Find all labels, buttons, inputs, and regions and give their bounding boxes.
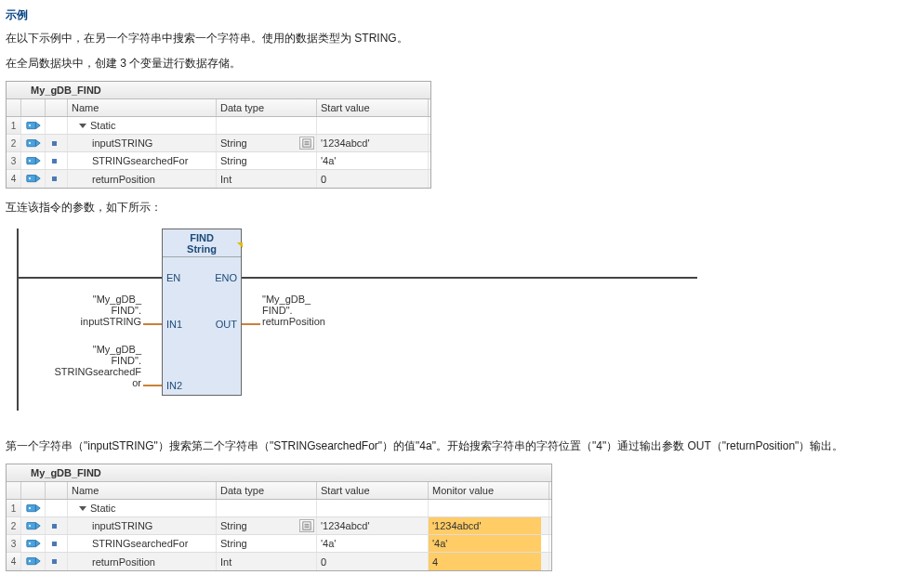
cell-datatype[interactable]: Int xyxy=(217,170,317,188)
svg-point-21 xyxy=(28,525,30,527)
cell-startvalue[interactable]: '4a' xyxy=(317,152,429,169)
col-tagicon xyxy=(21,482,46,499)
cell-datatype[interactable]: String xyxy=(217,535,317,552)
svg-rect-10 xyxy=(26,157,35,163)
cell-name[interactable]: Static xyxy=(68,500,217,516)
svg-point-2 xyxy=(28,124,30,126)
cell-datatype[interactable]: String xyxy=(217,135,317,151)
row-number: 4 xyxy=(7,170,21,188)
para-4: 第一个字符串（"inputSTRING"）搜索第二个字符串（"STRINGsea… xyxy=(6,438,893,454)
table-row[interactable]: 2inputSTRINGString'1234abcd''1234abcd' xyxy=(7,517,551,535)
cell-name[interactable]: returnPosition xyxy=(68,170,217,188)
variable-table-1: My_gDB_FIND Name Data type Start value 1… xyxy=(6,81,431,189)
col-marker xyxy=(46,99,68,116)
table-row[interactable]: 4returnPositionInt04 xyxy=(7,553,551,570)
cell-name[interactable]: inputSTRING xyxy=(68,135,217,151)
cell-datatype[interactable]: String xyxy=(217,152,317,169)
cell-startvalue[interactable]: '4a' xyxy=(317,535,429,552)
sig-text: STRINGsearchedF xyxy=(39,366,141,377)
tag-icon xyxy=(21,500,46,516)
cell-datatype[interactable] xyxy=(217,500,317,516)
svg-marker-17 xyxy=(35,504,40,511)
cell-startvalue[interactable]: '1234abcd' xyxy=(317,135,429,151)
cell-name[interactable]: returnPosition xyxy=(68,553,217,570)
table-row[interactable]: 1Static xyxy=(7,117,430,135)
cell-startvalue[interactable]: '1234abcd' xyxy=(317,517,429,534)
col-name[interactable]: Name xyxy=(68,99,217,116)
svg-point-12 xyxy=(28,160,30,162)
row-number: 2 xyxy=(7,135,21,151)
cell-monitorvalue: 4 xyxy=(429,553,549,570)
connector-in2 xyxy=(143,385,162,386)
table-row[interactable]: 2inputSTRINGString'1234abcd' xyxy=(7,135,430,152)
expand-icon[interactable] xyxy=(79,506,86,511)
row-marker xyxy=(46,117,68,134)
port-en: EN xyxy=(166,272,180,283)
rail-to-en xyxy=(19,277,162,279)
cell-name[interactable]: STRINGsearchedFor xyxy=(68,152,217,169)
col-monitorvalue[interactable]: Monitor value xyxy=(429,482,549,499)
eno-line xyxy=(242,277,697,279)
tag-icon xyxy=(21,135,46,151)
para-2: 在全局数据块中，创建 3 个变量进行数据存储。 xyxy=(6,56,893,72)
svg-marker-30 xyxy=(35,558,40,565)
cell-startvalue[interactable]: 0 xyxy=(317,553,429,570)
cell-datatype[interactable] xyxy=(217,117,317,134)
signal-out: "My_gDB_ FIND". returnPosition xyxy=(262,294,364,327)
port-out[interactable]: OUT xyxy=(216,319,237,330)
table-title: My_gDB_FIND xyxy=(7,464,551,482)
cell-startvalue[interactable] xyxy=(317,500,429,516)
tag-icon xyxy=(21,170,46,188)
port-in2[interactable]: IN2 xyxy=(166,380,182,391)
col-tagicon xyxy=(21,99,46,116)
row-marker xyxy=(46,517,68,534)
sig-text: FIND". xyxy=(52,305,141,316)
datatype-picker-button[interactable] xyxy=(299,137,314,150)
svg-point-5 xyxy=(28,142,30,144)
col-datatype[interactable]: Data type xyxy=(217,482,317,499)
block-type: String xyxy=(187,243,217,255)
datatype-picker-button[interactable] xyxy=(299,519,314,532)
table-row[interactable]: 1Static xyxy=(7,500,551,517)
svg-marker-27 xyxy=(35,540,40,546)
col-name[interactable]: Name xyxy=(68,482,217,499)
svg-point-28 xyxy=(28,542,30,544)
svg-marker-4 xyxy=(35,139,40,146)
svg-rect-16 xyxy=(26,504,35,511)
expand-icon[interactable] xyxy=(79,124,86,128)
table-header-row: Name Data type Start value xyxy=(7,99,430,117)
cell-startvalue[interactable]: 0 xyxy=(317,170,429,188)
table-header-row: Name Data type Start value Monitor value xyxy=(7,482,551,500)
row-marker xyxy=(46,170,68,188)
col-startvalue[interactable]: Start value xyxy=(317,99,429,116)
cell-startvalue[interactable] xyxy=(317,117,429,134)
table-row[interactable]: 4returnPositionInt0 xyxy=(7,170,430,188)
para-3: 互连该指令的参数，如下所示： xyxy=(6,200,893,216)
find-block[interactable]: FIND String EN ENO IN1 OUT IN2 xyxy=(162,229,242,396)
tag-icon xyxy=(21,152,46,169)
row-number: 1 xyxy=(7,117,21,134)
tag-icon xyxy=(21,117,46,134)
sig-text: FIND". xyxy=(262,305,364,316)
cell-name[interactable]: STRINGsearchedFor xyxy=(68,535,217,552)
cell-name[interactable]: inputSTRING xyxy=(68,517,217,534)
type-dropdown-icon[interactable] xyxy=(237,242,243,248)
table-row[interactable]: 3STRINGsearchedForString'4a''4a' xyxy=(7,535,551,553)
cell-datatype[interactable]: Int xyxy=(217,553,317,570)
sig-text: inputSTRING xyxy=(52,316,141,327)
col-startvalue[interactable]: Start value xyxy=(317,482,429,499)
svg-rect-29 xyxy=(26,558,35,565)
cell-datatype[interactable]: String xyxy=(217,517,317,534)
cell-monitorvalue: '1234abcd' xyxy=(429,517,549,534)
table-row[interactable]: 3STRINGsearchedForString'4a' xyxy=(7,152,430,170)
sig-text: FIND". xyxy=(39,355,141,366)
cell-name[interactable]: Static xyxy=(68,117,217,134)
svg-rect-26 xyxy=(26,540,35,546)
svg-rect-3 xyxy=(26,139,35,146)
col-datatype[interactable]: Data type xyxy=(217,99,317,116)
sig-text: "My_gDB_ xyxy=(262,294,364,305)
svg-point-15 xyxy=(28,177,30,179)
row-marker xyxy=(46,500,68,516)
port-in1[interactable]: IN1 xyxy=(166,319,182,330)
row-marker xyxy=(46,553,68,570)
